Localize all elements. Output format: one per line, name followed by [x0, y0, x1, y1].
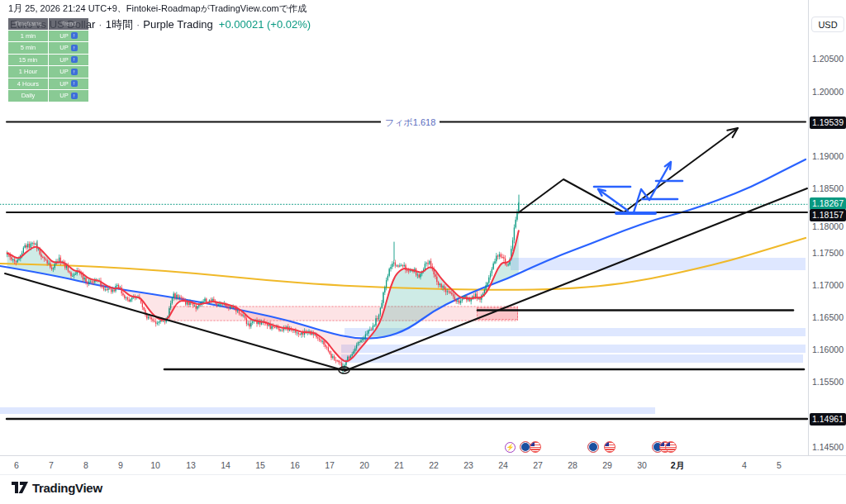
trend-table-header: Timeframe — [8, 18, 48, 30]
price-badge: 1.18267 — [810, 197, 846, 210]
fibonacci-line-label: フィボ1.618 — [381, 116, 440, 129]
trend-table-timeframe-cell: 1 Hour — [8, 66, 48, 78]
time-tick-label: 20 — [350, 460, 378, 470]
time-tick-label: 4 — [730, 460, 758, 470]
us-flag-event-icon[interactable] — [665, 441, 677, 453]
tradingview-logo[interactable]: TradingView — [12, 481, 102, 495]
power-event-icon[interactable]: ⚡ — [505, 442, 516, 453]
price-tick-label: 1.20000 — [809, 87, 846, 97]
price-tick-label: 1.16000 — [809, 345, 846, 354]
time-tick-label: 28 — [558, 460, 587, 470]
price-badge: 1.19539 — [810, 116, 846, 129]
eu-flag-event-icon[interactable] — [587, 441, 599, 453]
time-tick-label: 16 — [281, 460, 309, 470]
price-tick-label: 1.19000 — [809, 151, 846, 161]
time-tick-label: 24 — [489, 460, 517, 470]
trend-table-trend-cell: UP↑ — [49, 66, 88, 78]
price-tick-label: 1.17000 — [809, 280, 846, 290]
provider-label: Purple Trading — [143, 18, 213, 31]
trend-dashboard-table: TimeframeTrend1 minUP↑5 minUP↑15 minUP↑1… — [8, 18, 88, 102]
time-tick-label: 5 — [765, 460, 793, 470]
up-arrow-icon: ↑ — [71, 56, 78, 63]
trend-table-timeframe-cell: 15 min — [8, 55, 48, 66]
price-axis[interactable]: USD 1.205001.200001.190001.185001.180001… — [808, 0, 846, 455]
trend-table-trend-cell: UP↑ — [49, 42, 88, 54]
tradingview-logo-icon — [12, 482, 28, 494]
time-tick-label: 15 — [246, 460, 274, 470]
time-tick-label: 10 — [141, 460, 169, 470]
time-tick-label: 6 — [2, 460, 31, 470]
us-flag-event-icon[interactable] — [604, 441, 615, 453]
price-change-label: +0.00021 (+0.02%) — [219, 18, 311, 31]
time-tick-label: 23 — [454, 460, 482, 470]
trend-table-timeframe-cell: Daily — [8, 90, 48, 102]
time-tick-label: 13 — [177, 460, 205, 470]
tradingview-logo-text: TradingView — [32, 481, 102, 495]
up-arrow-icon: ↑ — [71, 93, 78, 99]
price-chart-canvas[interactable] — [0, 0, 846, 455]
up-arrow-icon: ↑ — [71, 45, 78, 51]
time-tick-label: 14 — [212, 460, 240, 470]
time-tick-label: 22 — [420, 460, 448, 470]
interval-label: 1時間 — [106, 18, 133, 31]
up-arrow-icon: ↑ — [71, 32, 78, 39]
time-tick-label: 21 — [385, 460, 413, 470]
price-tick-label: 1.16500 — [809, 312, 846, 322]
price-tick-label: 1.14500 — [809, 442, 846, 452]
time-tick-label: 7 — [37, 460, 65, 470]
trend-table-timeframe-cell: 5 min — [8, 42, 48, 54]
tradingview-chart-page: 1月 25, 2026 21:24 UTC+9、Fintokei-Roadmap… — [0, 0, 846, 504]
time-tick-label: 29 — [593, 460, 621, 470]
price-badge: 1.18157 — [810, 209, 846, 221]
trend-table-header: Trend — [49, 18, 88, 30]
time-tick-label: 30 — [628, 460, 656, 470]
trend-table-timeframe-cell: 4 Hours — [8, 78, 48, 90]
up-arrow-icon: ↑ — [71, 80, 78, 87]
price-tick-label: 1.15500 — [809, 377, 846, 387]
price-tick-label: 1.17500 — [809, 248, 846, 258]
currency-toggle-button[interactable]: USD — [811, 17, 844, 32]
title-separator: · — [136, 18, 140, 31]
price-tick-label: 1.20500 — [809, 54, 846, 64]
title-separator: · — [98, 18, 102, 31]
chart-creation-caption: 1月 25, 2026 21:24 UTC+9、Fintokei-Roadmap… — [8, 2, 307, 15]
trend-table-trend-cell: UP↑ — [49, 55, 88, 66]
price-tick-label: 1.18500 — [809, 183, 846, 193]
us-flag-event-icon[interactable] — [530, 441, 541, 453]
time-tick-label: 8 — [72, 460, 100, 470]
up-arrow-icon: ↑ — [71, 69, 78, 75]
time-tick-label: 27 — [524, 460, 552, 470]
price-badge: 1.14961 — [810, 413, 846, 426]
trend-table-trend-cell: UP↑ — [49, 90, 88, 102]
time-tick-label: 2月 — [663, 460, 692, 472]
trend-table-timeframe-cell: 1 min — [8, 31, 48, 42]
time-tick-label: 17 — [316, 460, 344, 470]
time-tick-label: 9 — [107, 460, 135, 470]
trend-table-trend-cell: UP↑ — [49, 78, 88, 90]
price-tick-label: 1.18000 — [809, 221, 846, 231]
trend-table-trend-cell: UP↑ — [49, 31, 88, 42]
time-axis[interactable]: 67891013141516172021222324272829302月45 — [0, 455, 846, 475]
